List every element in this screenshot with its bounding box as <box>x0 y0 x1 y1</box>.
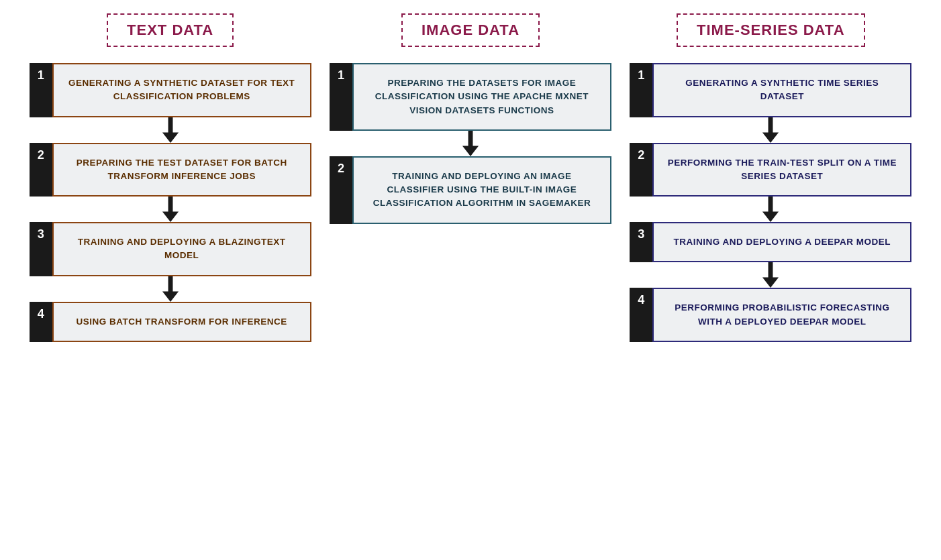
step-block-image-1: 1PREPARING THE DATASETS FOR IMAGE CLASSI… <box>330 63 611 131</box>
step-row-image-1: 1PREPARING THE DATASETS FOR IMAGE CLASSI… <box>330 63 611 156</box>
step-box-time-2[interactable]: PERFORMING THE TRAIN-TEST SPLIT ON A TIM… <box>652 143 911 197</box>
step-block-text-1: 1GENERATING A SYNTHETIC DATASET FOR TEXT… <box>30 63 311 117</box>
step-row-text-1: 1GENERATING A SYNTHETIC DATASET FOR TEXT… <box>30 63 311 143</box>
step-number-time-3: 3 <box>630 222 652 262</box>
step-box-text-4[interactable]: USING BATCH TRANSFORM FOR INFERENCE <box>52 302 311 342</box>
arrow-down-text-3 <box>30 276 311 302</box>
step-row-image-2: 2TRAINING AND DEPLOYING AN IMAGE CLASSIF… <box>330 156 611 224</box>
step-block-text-2: 2PREPARING THE TEST DATASET FOR BATCH TR… <box>30 143 311 197</box>
step-number-time-1: 1 <box>630 63 652 117</box>
step-row-text-2: 2PREPARING THE TEST DATASET FOR BATCH TR… <box>30 143 311 223</box>
arrow-down-time-1 <box>630 117 911 143</box>
svg-rect-2 <box>168 197 172 213</box>
step-row-text-4: 4USING BATCH TRANSFORM FOR INFERENCE <box>30 302 311 342</box>
step-box-image-1[interactable]: PREPARING THE DATASETS FOR IMAGE CLASSIF… <box>352 63 611 131</box>
svg-marker-7 <box>462 146 479 156</box>
step-number-text-1: 1 <box>30 63 52 117</box>
step-box-image-2[interactable]: TRAINING AND DEPLOYING AN IMAGE CLASSIFI… <box>352 156 611 224</box>
step-number-time-2: 2 <box>630 143 652 197</box>
step-number-time-4: 4 <box>630 288 652 342</box>
column-text: TEXT DATA1GENERATING A SYNTHETIC DATASET… <box>30 13 311 342</box>
arrow-down-time-2 <box>630 197 911 222</box>
arrow-down-time-3 <box>630 262 911 288</box>
svg-marker-9 <box>762 132 779 143</box>
step-box-text-3[interactable]: TRAINING AND DEPLOYING A BLAZINGTEXT MOD… <box>52 222 311 276</box>
arrow-down-image-1 <box>330 131 611 156</box>
step-number-text-3: 3 <box>30 222 52 276</box>
svg-marker-5 <box>162 291 179 302</box>
section-title-text: TEXT DATA <box>107 13 234 47</box>
step-box-time-3[interactable]: TRAINING AND DEPLOYING A DEEPAR MODEL <box>652 222 911 262</box>
step-row-time-2: 2PERFORMING THE TRAIN-TEST SPLIT ON A TI… <box>630 143 911 223</box>
step-number-text-4: 4 <box>30 302 52 342</box>
section-title-image: IMAGE DATA <box>401 13 540 47</box>
step-row-time-3: 3TRAINING AND DEPLOYING A DEEPAR MODEL <box>630 222 911 288</box>
step-block-time-1: 1GENERATING A SYNTHETIC TIME SERIES DATA… <box>630 63 911 117</box>
svg-rect-8 <box>769 117 773 133</box>
column-time: TIME-SERIES DATA1GENERATING A SYNTHETIC … <box>630 13 911 342</box>
svg-rect-10 <box>769 197 773 213</box>
svg-rect-4 <box>168 276 172 292</box>
svg-rect-12 <box>769 262 773 278</box>
step-block-image-2: 2TRAINING AND DEPLOYING AN IMAGE CLASSIF… <box>330 156 611 224</box>
step-row-time-4: 4PERFORMING PROBABILISTIC FORECASTING WI… <box>630 288 911 342</box>
section-title-time: TIME-SERIES DATA <box>677 13 865 47</box>
step-number-image-1: 1 <box>330 63 352 131</box>
step-box-text-1[interactable]: GENERATING A SYNTHETIC DATASET FOR TEXT … <box>52 63 311 117</box>
step-row-time-1: 1GENERATING A SYNTHETIC TIME SERIES DATA… <box>630 63 911 143</box>
svg-marker-3 <box>162 211 179 222</box>
step-number-text-2: 2 <box>30 143 52 197</box>
svg-marker-13 <box>762 278 779 288</box>
main-container: TEXT DATA1GENERATING A SYNTHETIC DATASET… <box>0 0 941 560</box>
step-block-time-3: 3TRAINING AND DEPLOYING A DEEPAR MODEL <box>630 222 911 262</box>
arrow-down-text-2 <box>30 197 311 222</box>
step-box-time-1[interactable]: GENERATING A SYNTHETIC TIME SERIES DATAS… <box>652 63 911 117</box>
step-block-time-4: 4PERFORMING PROBABILISTIC FORECASTING WI… <box>630 288 911 342</box>
step-number-image-2: 2 <box>330 156 352 224</box>
step-box-text-2[interactable]: PREPARING THE TEST DATASET FOR BATCH TRA… <box>52 143 311 197</box>
step-block-text-4: 4USING BATCH TRANSFORM FOR INFERENCE <box>30 302 311 342</box>
step-block-time-2: 2PERFORMING THE TRAIN-TEST SPLIT ON A TI… <box>630 143 911 197</box>
svg-marker-1 <box>162 132 179 143</box>
step-box-time-4[interactable]: PERFORMING PROBABILISTIC FORECASTING WIT… <box>652 288 911 342</box>
column-image: IMAGE DATA1PREPARING THE DATASETS FOR IM… <box>330 13 611 224</box>
svg-rect-0 <box>168 117 172 133</box>
arrow-down-text-1 <box>30 117 311 143</box>
step-block-text-3: 3TRAINING AND DEPLOYING A BLAZINGTEXT MO… <box>30 222 311 276</box>
step-row-text-3: 3TRAINING AND DEPLOYING A BLAZINGTEXT MO… <box>30 222 311 302</box>
svg-marker-11 <box>762 211 779 222</box>
svg-rect-6 <box>468 131 473 147</box>
